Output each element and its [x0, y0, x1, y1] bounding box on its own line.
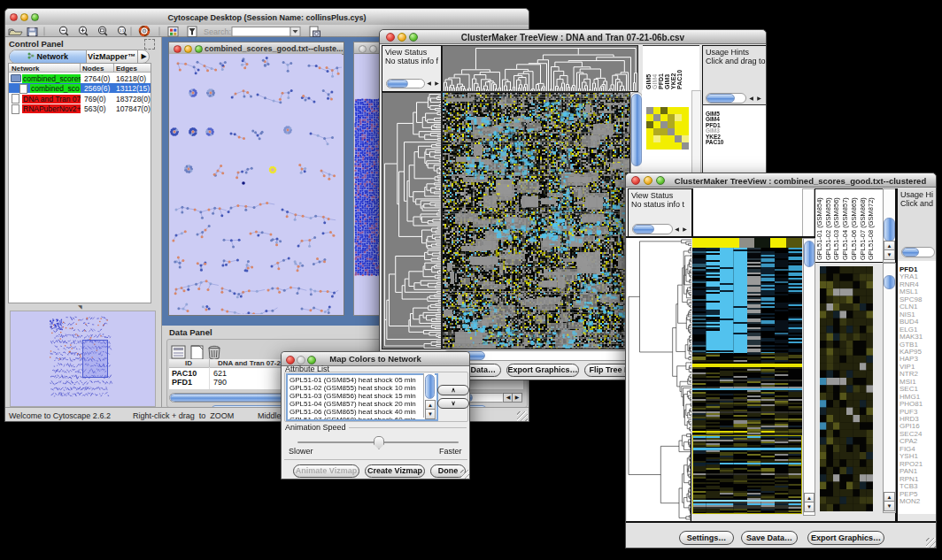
svg-text:Search:: Search: [204, 27, 231, 36]
svg-text:1:1: 1:1 [120, 28, 125, 33]
